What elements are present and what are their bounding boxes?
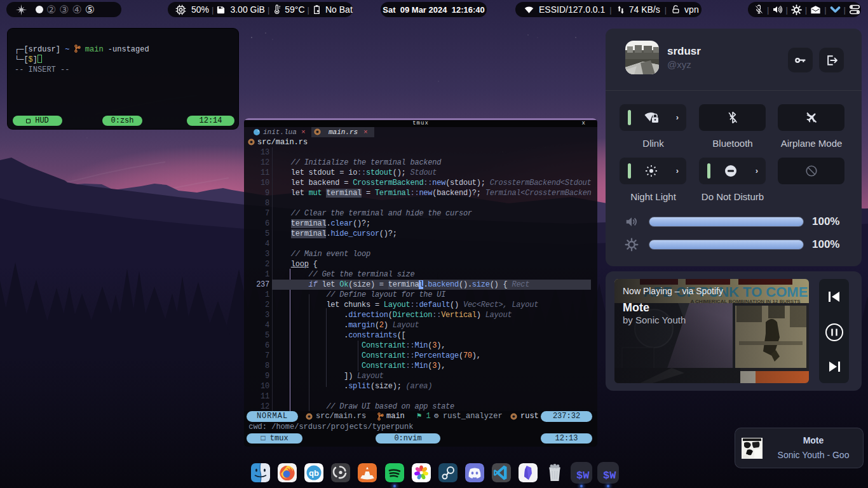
svg-text:$W: $W — [603, 470, 616, 482]
svg-text:$W: $W — [576, 470, 590, 482]
svg-text:qb: qb — [309, 468, 319, 478]
